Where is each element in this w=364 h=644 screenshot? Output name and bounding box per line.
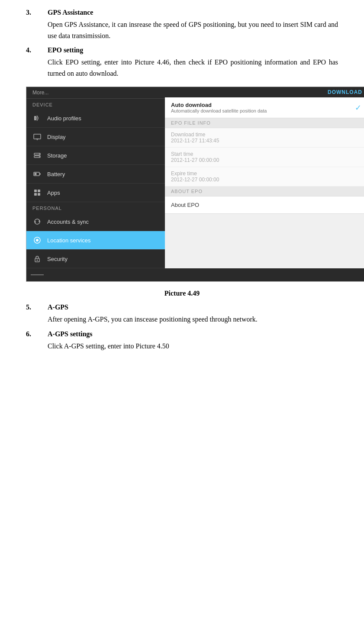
nav-location-services[interactable]: Location services xyxy=(26,231,165,250)
svg-rect-12 xyxy=(38,190,40,192)
svg-rect-13 xyxy=(34,193,37,196)
auto-download-row[interactable]: Auto download Automatically download sat… xyxy=(165,97,364,118)
picture-caption: Picture 4.49 xyxy=(26,290,338,297)
auto-download-title: Auto download xyxy=(171,102,355,108)
expire-time-value: 2012-12-27 00:00:00 xyxy=(171,177,361,183)
download-button[interactable]: DOWNLOAD xyxy=(328,89,362,95)
checkmark-icon: ✓ xyxy=(355,103,361,113)
item-6: 6. A-GPS settings Click A-GPS setting, e… xyxy=(26,330,338,352)
svg-rect-9 xyxy=(39,174,41,175)
expire-time-row: Expire time 2012-12-27 00:00:00 xyxy=(165,167,364,187)
item-3: 3. GPS Assistance Open GPS Assistance, i… xyxy=(26,9,338,41)
item-4: 4. EPO setting Click EPO setting, enter … xyxy=(26,46,338,79)
svg-rect-1 xyxy=(34,134,41,139)
start-time-value: 2012-11-27 00:00:00 xyxy=(171,157,361,163)
more-row: More... xyxy=(26,87,165,99)
bottom-divider xyxy=(31,274,44,275)
nav-audio-profiles[interactable]: Audio profiles xyxy=(26,109,165,128)
svg-point-16 xyxy=(36,239,39,242)
right-bottom-bar xyxy=(165,268,364,281)
settings-screenshot: More... DEVICE Audio profiles xyxy=(26,87,364,282)
nav-battery[interactable]: Battery xyxy=(26,165,165,184)
nav-apps-label: Apps xyxy=(47,190,60,196)
settings-right-panel: DOWNLOAD Auto download Automatically dow… xyxy=(165,87,364,281)
start-time-label: Start time xyxy=(171,151,361,157)
nav-apps[interactable]: Apps xyxy=(26,184,165,202)
svg-rect-0 xyxy=(34,116,36,120)
nav-storage[interactable]: Storage xyxy=(26,146,165,165)
personal-section-label: PERSONAL xyxy=(26,202,165,213)
download-time-row: Download time 2012-11-27 11:43:45 xyxy=(165,128,364,148)
expire-time-label: Expire time xyxy=(171,171,361,177)
location-icon xyxy=(32,235,42,245)
auto-download-subtitle: Automatically download satellite positio… xyxy=(171,108,355,113)
right-spacer xyxy=(165,214,364,268)
security-icon xyxy=(32,254,42,264)
storage-icon xyxy=(32,151,42,160)
item-3-number: 3. xyxy=(26,9,48,41)
nav-accounts-label: Accounts & sync xyxy=(47,219,89,225)
item-4-body: Click EPO setting, enter into Picture 4.… xyxy=(48,57,338,79)
nav-display-label: Display xyxy=(47,134,66,140)
nav-battery-label: Battery xyxy=(47,171,65,177)
svg-rect-11 xyxy=(34,190,37,192)
svg-point-7 xyxy=(39,156,40,157)
settings-nav: More... DEVICE Audio profiles xyxy=(26,87,165,281)
item-4-number: 4. xyxy=(26,46,48,79)
start-time-row: Start time 2012-11-27 00:00:00 xyxy=(165,148,364,167)
nav-audio-label: Audio profiles xyxy=(47,115,81,122)
battery-icon xyxy=(32,169,42,179)
download-time-label: Download time xyxy=(171,132,361,138)
item-6-title: A-GPS settings xyxy=(48,330,338,338)
nav-storage-label: Storage xyxy=(47,152,67,159)
svg-rect-10 xyxy=(35,173,37,175)
about-epo-row[interactable]: About EPO xyxy=(165,196,364,214)
item-5-title: A-GPS xyxy=(48,303,338,311)
item-3-title: GPS Assistance xyxy=(48,9,338,16)
item-5-number: 5. xyxy=(26,303,48,325)
download-time-value: 2012-11-27 11:43:45 xyxy=(171,138,361,144)
apps-icon xyxy=(32,188,42,197)
nav-security[interactable]: Security xyxy=(26,250,165,268)
audio-icon xyxy=(32,113,42,123)
nav-display[interactable]: Display xyxy=(26,128,165,146)
item-5-body: After opening A-GPS, you can inscease po… xyxy=(48,314,338,325)
about-epo-header: ABOUT EPO xyxy=(165,187,364,196)
auto-download-label: Auto download Automatically download sat… xyxy=(171,102,355,113)
sync-icon xyxy=(32,217,42,226)
item-3-body: Open GPS Assistance, it can insrease the… xyxy=(48,19,338,41)
item-5: 5. A-GPS After opening A-GPS, you can in… xyxy=(26,303,338,325)
item-4-title: EPO setting xyxy=(48,46,338,54)
nav-accounts-sync[interactable]: Accounts & sync xyxy=(26,213,165,231)
item-6-body: Click A-GPS setting, enter into Picture … xyxy=(48,341,338,352)
epo-file-info-header: EPO FILE INFO xyxy=(165,118,364,128)
svg-rect-14 xyxy=(38,193,40,196)
nav-location-label: Location services xyxy=(47,237,90,244)
nav-security-label: Security xyxy=(47,256,68,262)
svg-point-6 xyxy=(39,154,40,155)
device-section-label: DEVICE xyxy=(26,99,165,109)
svg-point-18 xyxy=(37,260,38,261)
item-6-number: 6. xyxy=(26,330,48,352)
display-icon xyxy=(32,132,42,142)
settings-bottom-bar xyxy=(26,268,165,281)
right-header: DOWNLOAD xyxy=(165,87,364,97)
